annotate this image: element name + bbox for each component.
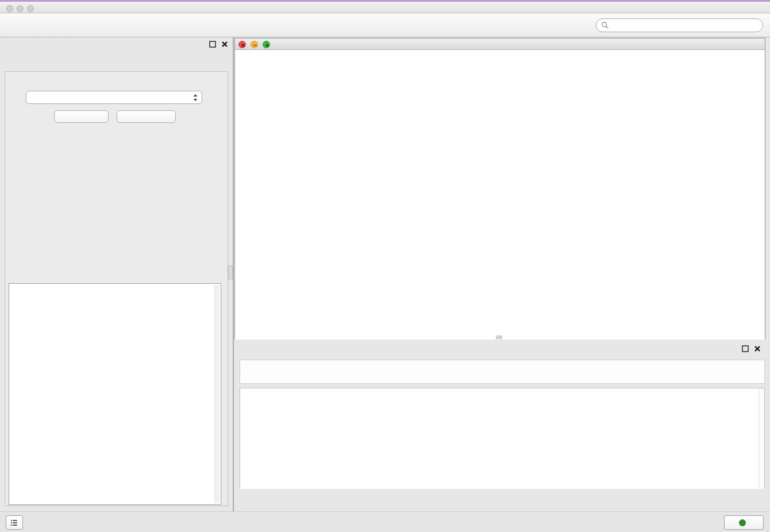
search-input[interactable] <box>612 21 758 30</box>
memory-button[interactable] <box>724 515 764 530</box>
run-mcds-button[interactable] <box>54 110 109 123</box>
close-table-panel-icon[interactable] <box>754 345 761 352</box>
float-table-panel-icon[interactable] <box>742 345 749 352</box>
task-history-button[interactable] <box>6 515 23 530</box>
float-panel-icon[interactable] <box>209 41 216 48</box>
window-zoom-button[interactable] <box>27 5 34 12</box>
node-table <box>240 388 765 489</box>
network-window-titlebar[interactable] <box>235 38 765 50</box>
control-panel <box>0 37 233 511</box>
application-window <box>0 0 770 532</box>
close-panel-icon[interactable] <box>221 41 228 48</box>
horizontal-splitter-handle[interactable] <box>496 336 502 339</box>
close-panel-button[interactable] <box>117 110 176 123</box>
network-view-window <box>234 38 765 340</box>
result-scrollbar[interactable] <box>214 285 220 503</box>
mcds-result-box <box>9 283 221 505</box>
network-close-button[interactable] <box>238 41 246 48</box>
table-scrollbar[interactable] <box>759 388 764 489</box>
memory-status-icon <box>739 519 746 526</box>
search-icon <box>601 21 609 29</box>
mcds-result-list <box>10 285 220 503</box>
optimization-criterion-select[interactable] <box>26 91 202 104</box>
network-minimize-button[interactable] <box>251 41 258 48</box>
network-canvas[interactable] <box>235 51 765 340</box>
list-icon <box>10 518 19 528</box>
network-zoom-button[interactable] <box>263 41 270 48</box>
vertical-splitter[interactable] <box>233 37 234 511</box>
window-minimize-button[interactable] <box>17 5 24 12</box>
window-close-button[interactable] <box>6 5 13 12</box>
table-panel <box>234 342 765 509</box>
table-toolbar <box>240 360 765 384</box>
main-toolbar <box>0 14 770 37</box>
status-bar <box>0 511 770 532</box>
vertical-splitter-handle[interactable] <box>228 265 233 279</box>
search-field[interactable] <box>596 18 763 32</box>
chevron-updown-icon <box>192 93 198 102</box>
titlebar <box>0 0 770 13</box>
control-panel-header <box>0 37 233 52</box>
